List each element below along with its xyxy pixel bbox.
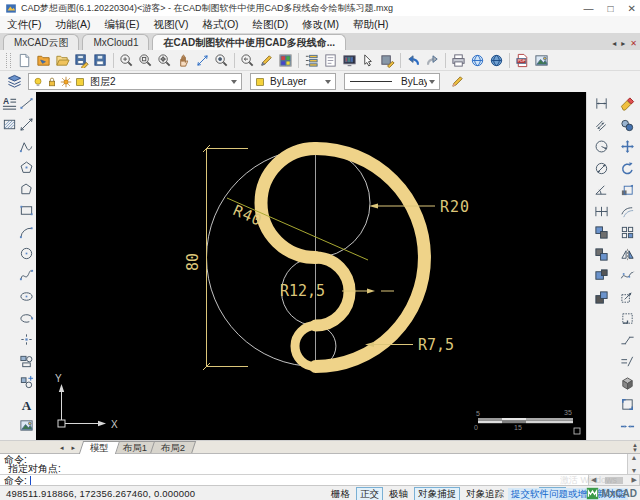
hatch-button[interactable] — [0, 116, 18, 134]
redo-button[interactable] — [423, 51, 442, 70]
edit-spline-button[interactable] — [618, 266, 637, 285]
maximize-button[interactable]: □ — [608, 3, 614, 14]
linetype-selector[interactable]: ByLayer — [344, 73, 440, 90]
copy-button[interactable] — [618, 116, 637, 135]
copy-clip-button[interactable] — [592, 223, 611, 242]
dim-radius-button[interactable] — [592, 137, 611, 156]
point-button[interactable] — [18, 331, 36, 349]
new-file-button[interactable] — [15, 51, 34, 70]
menu-item-view[interactable]: 视图(V) — [146, 18, 195, 32]
mirror-button[interactable] — [618, 245, 637, 264]
dim-linear-button[interactable] — [592, 94, 611, 113]
layout-prev-icon[interactable]: ◂ — [60, 444, 67, 451]
zoom-in-button[interactable] — [117, 51, 136, 70]
menu-item-file[interactable]: 文件(F) — [0, 18, 48, 32]
lengthen-button[interactable] — [618, 309, 637, 328]
arc-button[interactable] — [18, 223, 36, 241]
ellipse-button[interactable] — [18, 288, 36, 306]
circle-button[interactable] — [18, 245, 36, 263]
color-dropdown-arrow-icon[interactable] — [325, 80, 331, 84]
zoom-previous-button[interactable] — [238, 51, 257, 70]
menu-item-help[interactable]: 帮助(H) — [346, 18, 396, 32]
close-button[interactable]: ✕ — [628, 3, 636, 14]
edit-polyline-button[interactable] — [618, 395, 637, 414]
save-brush-button[interactable] — [378, 51, 397, 70]
web-publish-button[interactable] — [487, 51, 506, 70]
menu-item-format[interactable]: 格式(O) — [195, 18, 245, 32]
doc-tab-mxcloud1[interactable]: MxCloud1 — [82, 34, 149, 50]
mtext-button[interactable]: A — [0, 94, 18, 112]
color-selector[interactable]: ByLayer — [250, 73, 336, 90]
draw-pencil-button[interactable] — [257, 51, 276, 70]
open-folder-button[interactable] — [53, 51, 72, 70]
undo-button[interactable] — [404, 51, 423, 70]
zoom-dynamic-button[interactable] — [193, 51, 212, 70]
layout-next-icon[interactable]: ▸ — [71, 444, 78, 451]
menu-item-draw[interactable]: 绘图(D) — [246, 18, 296, 32]
move-button[interactable] — [618, 137, 637, 156]
insert-image-button[interactable] — [532, 51, 551, 70]
sheet-button[interactable] — [321, 51, 340, 70]
select-add-button[interactable] — [359, 51, 378, 70]
polygon-button[interactable] — [18, 159, 36, 177]
draw-settings-button[interactable] — [448, 72, 467, 91]
status-toggle-极轴[interactable]: 极轴 — [386, 488, 411, 500]
offset-button[interactable] — [618, 202, 637, 221]
layer-dropdown-arrow-icon[interactable] — [231, 80, 237, 84]
linetype-dropdown-arrow-icon[interactable] — [429, 80, 435, 84]
tab-model[interactable]: 模型 — [79, 441, 120, 454]
block-insert-button[interactable] — [18, 352, 36, 370]
web-cloud-button[interactable] — [468, 51, 487, 70]
break-button[interactable] — [618, 331, 637, 350]
menu-item-function[interactable]: 功能(A) — [48, 18, 97, 32]
menu-item-modify[interactable]: 修改(M) — [295, 18, 346, 32]
print-button[interactable] — [449, 51, 468, 70]
scale-button[interactable] — [618, 180, 637, 199]
status-toggle-对象追踪[interactable]: 对象追踪 — [463, 488, 507, 500]
tab-scroll-left-icon[interactable]: ◂ — [612, 39, 616, 48]
minimize-button[interactable]: — — [584, 3, 594, 14]
paste-clip-button[interactable] — [592, 266, 611, 285]
polygon2-button[interactable] — [18, 180, 36, 198]
layer-selector[interactable]: 图层2 — [28, 73, 242, 90]
command-window[interactable]: 命令: 指定对角点: ▲▼ 命令: ◀▶ — [0, 453, 640, 486]
polyline-button[interactable] — [18, 137, 36, 155]
menu-item-edit[interactable]: 编辑(E) — [97, 18, 146, 32]
text-button[interactable]: A — [18, 395, 36, 413]
open-drawing-button[interactable] — [34, 51, 53, 70]
rectangle-button[interactable] — [18, 202, 36, 220]
pan-button[interactable] — [174, 51, 193, 70]
array-button[interactable] — [618, 223, 637, 242]
trim-button[interactable] — [618, 417, 637, 436]
paste-block-button[interactable] — [592, 288, 611, 307]
line-button[interactable] — [18, 94, 36, 112]
rotate-button[interactable] — [618, 159, 637, 178]
doc-tab-mxcad-cloud[interactable]: MxCAD云图 — [3, 34, 79, 50]
zoom-extents-button[interactable] — [155, 51, 174, 70]
tab-close-icon[interactable]: ✕ — [630, 39, 637, 48]
drawing-canvas[interactable]: 80 R40 R20 R12,5 R7,5 — [36, 92, 586, 440]
doc-tab-current-drawing[interactable]: 在CAD制图软件中使用CAD多段线命... — [152, 34, 346, 50]
dim-angular-button[interactable] — [592, 180, 611, 199]
export-pdf-button[interactable]: PDF — [513, 51, 532, 70]
zoom-center-button[interactable] — [212, 51, 231, 70]
explode-button[interactable] — [618, 374, 637, 393]
status-toggle-栅格[interactable]: 栅格 — [328, 488, 353, 500]
dim-diameter-button[interactable] — [592, 159, 611, 178]
layer-list-button[interactable] — [302, 51, 321, 70]
join-button[interactable] — [618, 352, 637, 371]
zoom-window-button[interactable] — [136, 51, 155, 70]
spline-button[interactable] — [18, 266, 36, 284]
save-as-button[interactable] — [72, 51, 91, 70]
display-settings-button[interactable] — [340, 51, 359, 70]
command-vscrollbar[interactable]: ▲▼ — [627, 454, 640, 474]
dim-continue-button[interactable] — [592, 202, 611, 221]
xline-button[interactable] — [18, 116, 36, 134]
dim-aligned-button[interactable] — [592, 116, 611, 135]
stretch-button[interactable] — [618, 288, 637, 307]
tab-scroll-right-icon[interactable]: ▸ — [621, 39, 625, 48]
erase-button[interactable] — [618, 94, 637, 113]
image-ref-button[interactable] — [18, 417, 36, 435]
command-scroll-arrows[interactable]: ▲▼ — [632, 443, 638, 453]
save-button[interactable] — [91, 51, 110, 70]
